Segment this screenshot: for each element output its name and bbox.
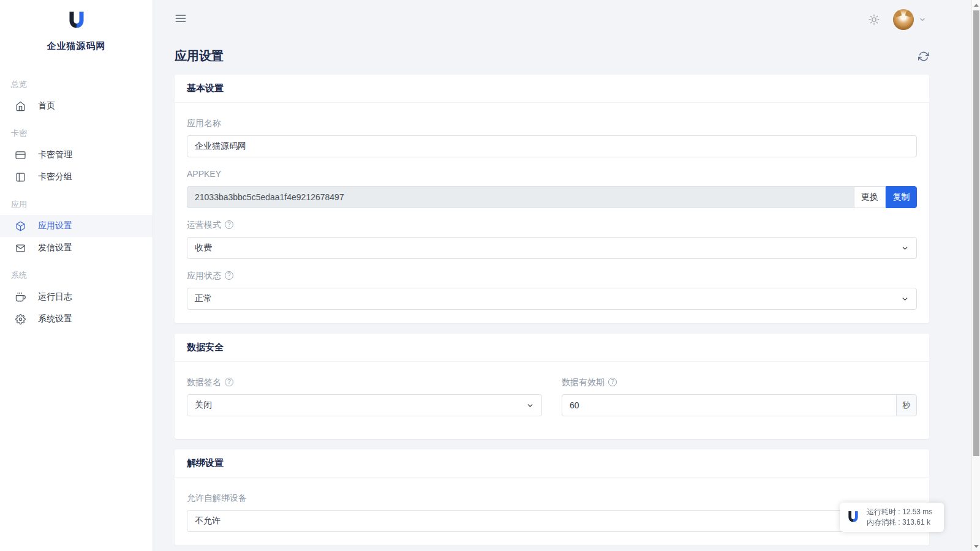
topbar	[153, 0, 980, 39]
content: 应用设置 基本设置 应用名称 APPKEY 更换 复制	[175, 48, 929, 551]
sidebar-item-app-settings[interactable]: 应用设置	[0, 215, 153, 237]
allow-unbind-field: 允许自解绑设备 不允许	[187, 492, 917, 532]
user-avatar[interactable]	[893, 9, 914, 30]
page-title: 应用设置	[175, 48, 224, 64]
menu-toggle-icon[interactable]	[175, 12, 187, 27]
sidebar-item-label: 首页	[38, 100, 55, 111]
validity-label: 数据有效期	[562, 376, 605, 388]
sidebar-section-label: 卡密	[0, 122, 153, 144]
basic-settings-card: 基本设置 应用名称 APPKEY 更换 复制 运营模式	[175, 75, 929, 323]
vertical-scrollbar[interactable]	[971, 0, 980, 551]
sidebar-item-label: 卡密管理	[38, 149, 72, 160]
signature-field: 数据签名 关闭	[187, 376, 542, 416]
triangle-down-icon	[974, 545, 979, 548]
chevron-down-icon	[526, 402, 534, 410]
refresh-icon[interactable]	[918, 51, 929, 62]
status-select[interactable]: 正常	[187, 288, 917, 310]
scroll-up-button[interactable]	[972, 0, 980, 10]
appkey-copy-button[interactable]: 复制	[886, 186, 917, 208]
help-icon[interactable]	[225, 378, 233, 386]
sidebar-section-label: 总览	[0, 73, 153, 95]
memory-stat: 内存消耗 : 313.61 k	[867, 517, 932, 528]
mode-field: 运营模式 收费	[187, 219, 917, 259]
box-icon	[15, 220, 26, 231]
debug-stats-panel: 运行耗时 : 12.53 ms 内存消耗 : 313.61 k	[840, 503, 944, 532]
app-name-label: 应用名称	[187, 117, 917, 129]
scrollbar-thumb[interactable]	[973, 10, 979, 456]
brand-name: 企业猫源码网	[0, 40, 153, 52]
sidebar-item-label: 卡密分组	[38, 171, 72, 182]
signature-label: 数据签名	[187, 376, 221, 388]
help-icon[interactable]	[608, 378, 617, 386]
sidebar-item-mail-settings[interactable]: 发信设置	[0, 237, 153, 259]
coffee-icon	[15, 291, 26, 302]
theme-toggle-sun-icon[interactable]	[869, 14, 880, 25]
page-head: 应用设置	[175, 48, 929, 64]
sidebar: 企业猫源码网 总览首页卡密卡密管理卡密分组应用应用设置发信设置系统运行日志系统设…	[0, 0, 153, 551]
runtime-stat: 运行耗时 : 12.53 ms	[867, 507, 932, 517]
brand-logo-block: 企业猫源码网	[0, 0, 153, 52]
sidebar-item-system-settings[interactable]: 系统设置	[0, 308, 153, 330]
status-label: 应用状态	[187, 269, 221, 282]
validity-field: 数据有效期 秒	[562, 376, 917, 425]
triangle-up-icon	[974, 4, 979, 7]
validity-unit: 秒	[896, 394, 917, 416]
mode-select[interactable]: 收费	[187, 237, 917, 259]
chevron-down-icon	[901, 295, 909, 303]
topbar-right	[869, 9, 926, 30]
mode-select-value: 收费	[195, 242, 212, 253]
user-menu[interactable]	[893, 9, 926, 30]
gear-icon	[15, 313, 26, 324]
scroll-down-button[interactable]	[972, 541, 980, 551]
home-icon	[15, 100, 26, 111]
brand-logo-icon	[66, 9, 88, 33]
chevron-down-icon	[901, 244, 909, 252]
card-title: 基本设置	[175, 75, 929, 103]
signature-select[interactable]: 关闭	[187, 394, 542, 416]
data-security-card: 数据安全 数据签名 关闭 数据有效期 秒	[175, 334, 929, 439]
appkey-label: APPKEY	[187, 168, 917, 180]
sidebar-item-label: 系统设置	[38, 313, 72, 324]
app-name-input[interactable]	[187, 135, 917, 157]
status-field: 应用状态 正常	[187, 269, 917, 310]
appkey-change-button[interactable]: 更换	[854, 186, 886, 208]
help-icon[interactable]	[225, 220, 233, 229]
help-icon[interactable]	[225, 271, 233, 280]
allow-unbind-label: 允许自解绑设备	[187, 492, 917, 504]
sidebar-section-label: 应用	[0, 193, 153, 215]
sidebar-item-home[interactable]: 首页	[0, 95, 153, 117]
sidebar-item-card-group[interactable]: 卡密分组	[0, 166, 153, 188]
appkey-field: APPKEY 更换 复制	[187, 168, 917, 208]
app-name-field: 应用名称	[187, 117, 917, 157]
sidebar-section-label: 系统	[0, 264, 153, 286]
allow-unbind-select[interactable]: 不允许	[187, 510, 917, 532]
card-title: 解绑设置	[175, 449, 929, 478]
credit-card-icon	[15, 149, 26, 160]
mode-label: 运营模式	[187, 219, 221, 231]
main-area: 应用设置 基本设置 应用名称 APPKEY 更换 复制	[153, 0, 980, 551]
sidebar-item-label: 应用设置	[38, 220, 72, 231]
card-title: 数据安全	[175, 334, 929, 362]
brand-logo-icon	[846, 509, 861, 526]
appkey-input[interactable]	[187, 186, 854, 208]
mail-icon	[15, 242, 26, 253]
validity-input[interactable]	[562, 394, 896, 416]
chevron-down-icon	[919, 16, 926, 23]
sidebar-item-run-log[interactable]: 运行日志	[0, 286, 153, 308]
columns-icon	[15, 171, 26, 182]
sidebar-nav: 总览首页卡密卡密管理卡密分组应用应用设置发信设置系统运行日志系统设置	[0, 73, 153, 330]
signature-select-value: 关闭	[195, 400, 212, 411]
sidebar-item-label: 运行日志	[38, 291, 72, 302]
allow-unbind-select-value: 不允许	[195, 515, 221, 527]
status-select-value: 正常	[195, 293, 212, 304]
sidebar-item-card-manage[interactable]: 卡密管理	[0, 144, 153, 166]
sidebar-item-label: 发信设置	[38, 242, 72, 253]
unbind-settings-card: 解绑设置 允许自解绑设备 不允许	[175, 449, 929, 545]
